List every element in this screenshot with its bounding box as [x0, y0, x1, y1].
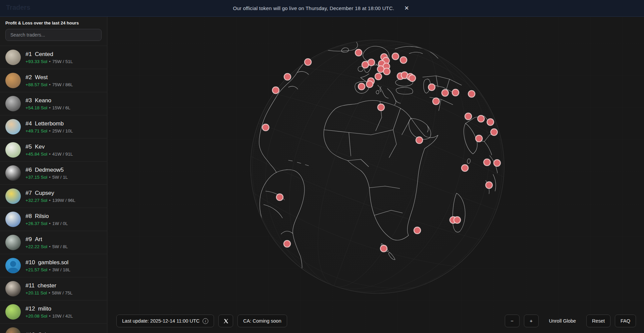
trader-row[interactable]: #1Cented+93.33 Sol•75W / 51L: [0, 46, 107, 69]
trader-location-marker[interactable]: [368, 59, 375, 66]
trader-avatar: [5, 258, 21, 273]
trader-avatar: [5, 304, 21, 320]
trader-location-marker[interactable]: [442, 90, 448, 96]
trader-avatar: [5, 119, 21, 134]
trader-avatar: [5, 327, 21, 333]
traders-sidebar: Profit & Loss over the last 24 hours #1C…: [0, 17, 107, 333]
trader-location-marker[interactable]: [272, 87, 279, 94]
trader-stats: +21.57 Sol•3W / 18L: [25, 267, 70, 272]
trader-stats: +20.11 Sol•58W / 75L: [25, 290, 72, 295]
zoom-out-button[interactable]: −: [505, 315, 520, 327]
trader-location-marker[interactable]: [380, 245, 387, 252]
close-icon[interactable]: ✕: [402, 4, 411, 12]
world-globe[interactable]: [107, 17, 644, 333]
trader-row[interactable]: #3Keano+54.18 Sol•15W / 6L: [0, 92, 107, 115]
trader-avatar: [5, 188, 21, 204]
trader-location-marker[interactable]: [366, 81, 373, 88]
last-update-text: Last update: 2025-12-14 11:00 UTC: [122, 318, 200, 324]
trader-location-marker[interactable]: [375, 73, 382, 80]
trader-location-marker[interactable]: [487, 119, 494, 125]
info-icon[interactable]: i: [203, 318, 208, 324]
trader-rank-name: #4Letterbomb: [25, 120, 73, 127]
trader-location-marker[interactable]: [494, 160, 500, 166]
trader-rank-name: #11chester: [25, 282, 72, 289]
trader-row[interactable]: #6Dedmeow5+37.15 Sol•5W / 1L: [0, 161, 107, 184]
faq-button[interactable]: FAQ: [615, 315, 636, 327]
trader-location-marker[interactable]: [276, 194, 283, 201]
globe-panel[interactable]: Last update: 2025-12-14 11:00 UTC i CA: …: [107, 17, 644, 333]
trader-location-marker[interactable]: [433, 98, 439, 105]
trader-location-marker[interactable]: [305, 59, 311, 65]
trader-location-marker[interactable]: [454, 217, 461, 223]
trader-location-marker[interactable]: [491, 129, 497, 135]
trader-row[interactable]: #4Letterbomb+49.71 Sol•25W / 10L: [0, 115, 107, 138]
trader-location-marker[interactable]: [484, 159, 490, 166]
trader-rank-name: #12milito: [25, 306, 73, 312]
announcement-banner: Traders Our official token will go live …: [0, 0, 644, 17]
trader-location-marker[interactable]: [465, 113, 472, 120]
trader-avatar: [5, 96, 21, 111]
trader-location-marker[interactable]: [392, 53, 399, 60]
trader-location-marker[interactable]: [462, 165, 468, 171]
search-input[interactable]: [5, 29, 102, 41]
trader-rank-name: #7Cupsey: [25, 190, 75, 197]
trader-stats: +88.57 Sol•75W / 86L: [25, 82, 73, 87]
unroll-globe-button[interactable]: Unroll Globe: [548, 318, 578, 324]
app-title: Traders: [6, 4, 30, 11]
reset-button[interactable]: Reset: [586, 315, 610, 327]
trader-location-marker[interactable]: [284, 240, 290, 247]
trader-location-marker[interactable]: [284, 73, 291, 80]
trader-rank-name: #1Cented: [25, 51, 73, 58]
trader-avatar: [5, 73, 21, 88]
trader-location-marker[interactable]: [428, 84, 435, 91]
trader-location-marker[interactable]: [355, 49, 362, 56]
trader-location-marker[interactable]: [478, 115, 484, 122]
zoom-in-button[interactable]: +: [524, 315, 539, 327]
trader-rank-name: #10gambles.sol: [25, 259, 70, 266]
ca-button[interactable]: CA: Coming soon: [237, 315, 287, 327]
trader-row[interactable]: #8Rilsio+26.37 Sol•1W / 0L: [0, 208, 107, 231]
trader-row[interactable]: #9Art+22.22 Sol•5W / 8L: [0, 231, 107, 254]
trader-location-marker[interactable]: [416, 137, 423, 144]
trader-location-marker[interactable]: [358, 83, 365, 90]
x-social-button[interactable]: [218, 315, 233, 327]
trader-row[interactable]: #10gambles.sol+21.57 Sol•3W / 18L: [0, 254, 107, 277]
trader-location-marker[interactable]: [378, 104, 384, 111]
trader-location-marker[interactable]: [409, 75, 416, 81]
trader-stats: +45.84 Sol•41W / 91L: [25, 152, 73, 157]
trader-rank-name: #8Rilsio: [25, 213, 68, 220]
trader-location-marker[interactable]: [452, 89, 459, 96]
trader-rank-name: #9Art: [25, 236, 68, 243]
trader-stats: +49.71 Sol•25W / 10L: [25, 128, 73, 133]
trader-location-marker[interactable]: [383, 68, 390, 75]
trader-row[interactable]: #7Cupsey+32.27 Sol•139W / 96L: [0, 184, 107, 208]
trader-stats: +37.15 Sol•5W / 1L: [25, 175, 68, 180]
status-bar: Last update: 2025-12-14 11:00 UTC i CA: …: [116, 315, 636, 327]
trader-row[interactable]: #2West+88.57 Sol•75W / 86L: [0, 69, 107, 92]
trader-stats: +93.33 Sol•75W / 51L: [25, 59, 73, 64]
trader-list: #1Cented+93.33 Sol•75W / 51L#2West+88.57…: [0, 46, 107, 333]
trader-rank-name: #2West: [25, 74, 73, 81]
trader-location-marker[interactable]: [400, 57, 407, 63]
trader-row[interactable]: #13Scharo: [0, 323, 107, 333]
trader-avatar: [5, 50, 21, 65]
trader-row[interactable]: #11chester+20.11 Sol•58W / 75L: [0, 277, 107, 300]
last-update-pill[interactable]: Last update: 2025-12-14 11:00 UTC i: [116, 315, 214, 327]
trader-row[interactable]: #12milito+20.08 Sol•10W / 42L: [0, 300, 107, 323]
trader-avatar: [5, 281, 21, 296]
trader-location-marker[interactable]: [486, 182, 492, 188]
announcement-text: Our official token will go live on Thurs…: [233, 5, 394, 11]
trader-stats: +32.27 Sol•139W / 96L: [25, 198, 75, 203]
trader-location-marker[interactable]: [414, 227, 421, 234]
trader-stats: +22.22 Sol•5W / 8L: [25, 244, 68, 249]
trader-location-marker[interactable]: [476, 135, 482, 142]
x-logo-icon: [223, 318, 229, 324]
trader-location-marker[interactable]: [468, 91, 475, 97]
sidebar-subtitle: Profit & Loss over the last 24 hours: [0, 17, 107, 29]
trader-location-marker[interactable]: [262, 124, 269, 131]
trader-rank-name: #5Kev: [25, 144, 73, 150]
trader-avatar: [5, 212, 21, 227]
trader-stats: +20.08 Sol•10W / 42L: [25, 314, 73, 319]
trader-rank-name: #13Scharo: [25, 332, 56, 333]
trader-row[interactable]: #5Kev+45.84 Sol•41W / 91L: [0, 138, 107, 161]
